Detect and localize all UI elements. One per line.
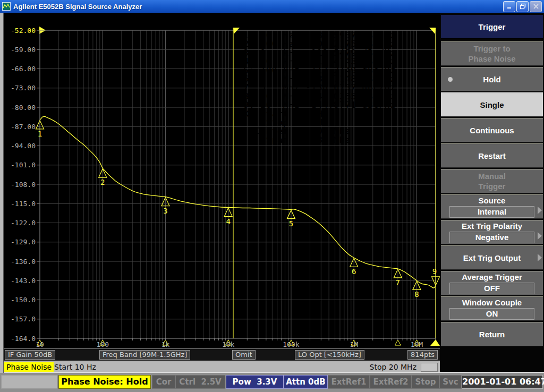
y-axis-label: -66.00 xyxy=(11,65,36,73)
y-axis-label: -73.00 xyxy=(11,84,36,92)
submenu-arrow-icon xyxy=(538,232,542,240)
taskbar-blank-box xyxy=(1,375,57,389)
softkey-label: Manual Trigger xyxy=(478,171,506,191)
restore-icon xyxy=(520,3,526,10)
trace-header: Phase Noise 7.000dB/ Ref -52.00dBc/Hz [S… xyxy=(3,14,206,23)
close-icon xyxy=(533,3,539,10)
y-axis-label: -52.00 xyxy=(11,27,36,35)
softkey-single[interactable]: Single xyxy=(441,92,543,117)
y-axis-label: -87.00 xyxy=(11,123,36,131)
y-axis-label: -150.0 xyxy=(11,296,36,304)
taskbar-cor: Cor xyxy=(152,375,175,389)
softkey-ext-trig-polarity[interactable]: Ext Trig PolarityNegative xyxy=(441,220,543,244)
mode-chip[interactable]: Phase Noise xyxy=(4,362,54,372)
sweep-stop-label: Stop 20 MHz xyxy=(370,363,417,371)
measurement-area: Phase Noise 7.000dB/ Ref -52.00dBc/Hz [S… xyxy=(0,13,440,373)
taskbar-extref1: ExtRef1 xyxy=(328,375,370,389)
softkey-continuous[interactable]: Continuous xyxy=(441,118,543,142)
softkey-hold[interactable]: Hold xyxy=(441,67,543,91)
taskbar-svc: Svc xyxy=(439,375,462,389)
marker-number: 1 xyxy=(38,130,42,138)
selected-bullet-icon xyxy=(448,77,453,82)
marker-number: 2 xyxy=(100,178,105,186)
taskbar-extref2: ExtRef2 xyxy=(370,375,412,389)
softkey-average-trigger[interactable]: Average TriggerOFF xyxy=(441,271,543,295)
softkey-ext-trig-output[interactable]: Ext Trig Output xyxy=(441,245,543,270)
softkey-label: Hold xyxy=(483,74,500,84)
status-field-lo-opt-150khz: LO Opt [<150kHz] xyxy=(295,350,364,360)
softkey-menu: Trigger Trigger to Phase NoiseHoldSingle… xyxy=(440,13,544,373)
taskbar-ctrl-2-5v: Ctrl 2.5V xyxy=(175,375,225,389)
x-axis-label: 1M xyxy=(350,340,358,348)
y-axis-label: -129.0 xyxy=(11,238,36,246)
y-axis-label: -94.00 xyxy=(11,142,36,150)
y-axis-label: -143.0 xyxy=(11,277,36,285)
taskbar-stop: Stop xyxy=(412,375,439,389)
close-button[interactable] xyxy=(530,1,542,12)
marker-number: 8 xyxy=(414,290,419,299)
softkey-return[interactable]: Return xyxy=(441,322,543,346)
softkey-value: ON xyxy=(449,308,534,320)
softkey-label: Restart xyxy=(478,151,506,161)
sweep-start-label: Start 10 Hz xyxy=(54,363,96,371)
softkey-label: Window Couple xyxy=(462,297,522,308)
status-field-omit: Omit xyxy=(232,350,256,360)
y-axis-label: -115.0 xyxy=(11,200,36,208)
sweep-bar-corner-box xyxy=(421,363,438,372)
softkey-label: Source xyxy=(479,195,506,206)
taskbar-attn-0db[interactable]: Attn 0dB xyxy=(284,375,328,389)
carrier-readout: Carrier 156.249762 MHz -7.2972 dBm xyxy=(285,20,435,28)
softkey-window-couple[interactable]: Window CoupleON xyxy=(441,296,543,321)
app-icon xyxy=(2,2,11,11)
marker-number: 3 xyxy=(163,207,167,215)
submenu-arrow-icon xyxy=(538,254,542,261)
softkey-label: Average Trigger xyxy=(462,272,522,282)
titlebar[interactable]: Agilent E5052B Signal Source Analyzer xyxy=(0,0,544,13)
carrier-power: -7.2972 dBm xyxy=(389,20,435,28)
softkey-value: Internal xyxy=(449,206,534,218)
axis-marker-active-icon xyxy=(430,339,440,346)
x-axis-label: 100k xyxy=(283,340,299,348)
status-field-814pts: 814pts xyxy=(407,350,438,360)
x-axis-label: 10M xyxy=(411,340,423,348)
marker-number: 6 xyxy=(352,267,356,276)
softkey-value: OFF xyxy=(449,283,534,294)
status-field-if-gain-50db: IF Gain 50dB xyxy=(5,350,55,360)
y-axis-label: -80.00 xyxy=(11,104,36,112)
softkey-label: Ext Trig Polarity xyxy=(462,221,522,231)
marker-number: 9 xyxy=(432,267,437,276)
minimize-button[interactable] xyxy=(503,1,515,12)
left-edge-strip xyxy=(0,13,4,373)
marker-number: 4 xyxy=(226,217,230,226)
instrument-status-bar: Phase Noise: HoldCorCtrl 2.5VPow 3.3VAtt… xyxy=(0,372,544,392)
softkey-label: Trigger to Phase Noise xyxy=(468,44,515,64)
y-axis-label: -157.0 xyxy=(11,315,36,323)
softkey-label: Return xyxy=(479,329,505,339)
softkey-source[interactable]: SourceInternal xyxy=(441,194,543,219)
restore-button[interactable] xyxy=(516,1,529,12)
trace-scale-label: Phase Noise 7.000dB/ Ref -52.00dBc/Hz [S… xyxy=(4,14,206,23)
softkey-manual-trigger: Manual Trigger xyxy=(441,169,543,193)
app-window: Agilent E5052B Signal Source Analyzer Ph… xyxy=(0,0,544,392)
taskbar-phase-noise-hold[interactable]: Phase Noise: Hold xyxy=(58,375,151,389)
x-region-flag-icon xyxy=(429,28,436,34)
y-axis-label: -108.0 xyxy=(11,181,36,189)
minimize-icon xyxy=(506,3,513,10)
x-axis-label: 100 xyxy=(96,340,108,348)
taskbar-2001-01-01-06-47[interactable]: 2001-01-01 06:47 xyxy=(462,375,543,389)
carrier-frequency: 156.249762 MHz xyxy=(318,20,377,28)
softkey-label: Single xyxy=(480,100,504,110)
softkey-restart[interactable]: Restart xyxy=(441,143,543,168)
marker-number: 5 xyxy=(289,219,293,228)
window-title: Agilent E5052B Signal Source Analyzer xyxy=(13,3,503,11)
y-axis-label: -122.0 xyxy=(11,219,36,227)
softkey-trigger-to-phase-noise: Trigger to Phase Noise xyxy=(441,41,543,66)
softkey-label: Ext Trig Output xyxy=(463,253,521,263)
x-axis-label: 10k xyxy=(222,340,235,348)
marker-number: 7 xyxy=(396,278,400,287)
y-axis-label: -136.0 xyxy=(11,258,36,266)
taskbar-pow-3-3v[interactable]: Pow 3.3V xyxy=(226,375,284,389)
menu-title: Trigger xyxy=(441,15,543,39)
axis-marker-icon xyxy=(395,340,401,345)
y-axis-label: -101.0 xyxy=(11,161,36,169)
